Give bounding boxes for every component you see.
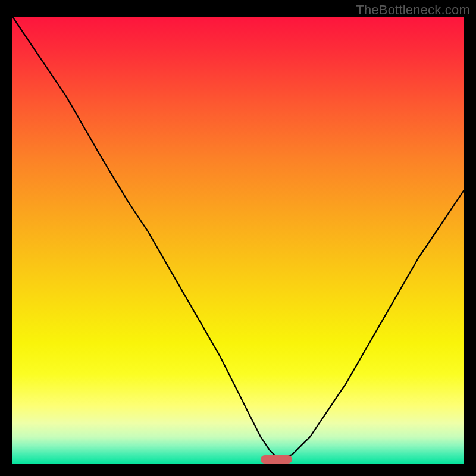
plot-area (12, 17, 464, 464)
chart-frame: TheBottleneck.com (0, 0, 476, 476)
watermark-text: TheBottleneck.com (356, 2, 470, 18)
optimal-range-marker (261, 455, 292, 464)
bottleneck-curve (12, 17, 464, 464)
